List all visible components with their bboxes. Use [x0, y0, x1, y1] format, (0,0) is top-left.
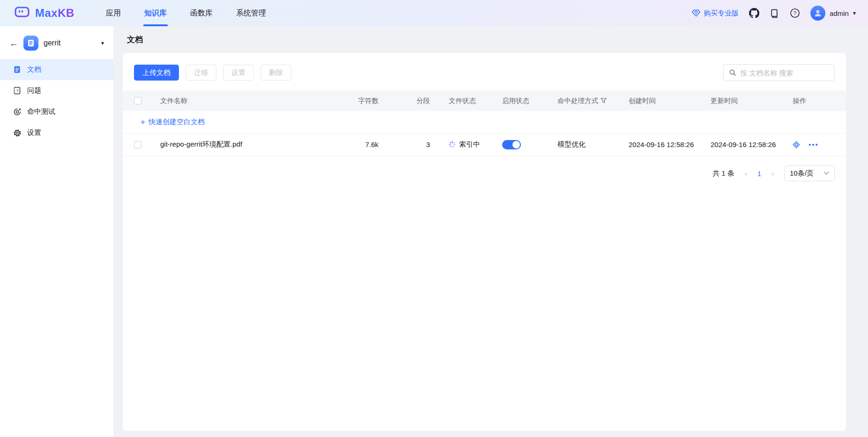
- delete-button[interactable]: 删除: [260, 65, 291, 81]
- kb-switch-caret-icon[interactable]: ▾: [101, 40, 105, 46]
- col-header-file-name: 文件名称: [160, 96, 322, 105]
- upload-document-button[interactable]: 上传文档: [134, 65, 179, 81]
- nav-tab-knowledge-base[interactable]: 知识库: [143, 0, 168, 26]
- search-icon: [729, 69, 736, 76]
- page-number[interactable]: 1: [754, 170, 765, 178]
- documents-card: 上传文档 迁移 设置 删除 文件名称 字符数 分段: [123, 53, 846, 431]
- sidebar-item-documents[interactable]: 文档: [0, 59, 113, 80]
- document-icon: [13, 66, 22, 74]
- col-header-enabled: 启用状态: [501, 96, 557, 105]
- knowledge-base-name: gerrit: [44, 39, 96, 47]
- char-count: 7.6k: [322, 141, 378, 148]
- row-checkbox[interactable]: [134, 141, 141, 148]
- github-icon[interactable]: [749, 8, 759, 18]
- svg-text:?: ?: [794, 10, 796, 16]
- nav-tab-system-mgmt[interactable]: 系统管理: [235, 0, 267, 26]
- create-blank-doc-row: + 快速创建空白文档: [123, 111, 846, 133]
- col-header-actions: 操作: [793, 96, 835, 105]
- document-name[interactable]: git-repo-gerrit环境配置.pdf: [160, 140, 322, 149]
- created-at: 2024-09-16 12:58:26: [629, 141, 711, 148]
- search-box: [723, 64, 835, 81]
- page-size-select[interactable]: 10条/页: [784, 165, 835, 181]
- col-header-created-at: 创建时间: [629, 96, 711, 105]
- avatar: [810, 6, 825, 21]
- col-header-hit-handling: 命中处理方式: [557, 96, 629, 105]
- sidebar-item-label: 问题: [27, 86, 41, 95]
- table-header: 文件名称 字符数 分段 文件状态 启用状态 命中处理方式 创建时间 更新时间 操…: [123, 90, 846, 111]
- sidebar-header: ← gerrit ▾: [0, 26, 113, 59]
- sidebar: ← gerrit ▾ 文档: [0, 26, 114, 437]
- help-icon[interactable]: ?: [790, 8, 800, 18]
- page-size-value: 10条/页: [790, 169, 814, 178]
- gear-icon: [13, 129, 22, 137]
- chevron-down-icon: ▾: [853, 10, 856, 16]
- maxkb-robot-icon: [14, 6, 31, 21]
- page-title: 文档: [127, 34, 143, 45]
- enabled-cell: [501, 140, 557, 149]
- create-blank-doc-link[interactable]: + 快速创建空白文档: [141, 118, 205, 127]
- username: admin: [830, 9, 849, 17]
- search-input[interactable]: [740, 69, 829, 77]
- sidebar-item-label: 文档: [27, 65, 41, 74]
- sidebar-item-label: 命中测试: [27, 107, 55, 116]
- generate-question-icon[interactable]: [793, 141, 800, 148]
- docs-icon[interactable]: [770, 8, 779, 18]
- maxkb-logo[interactable]: MaxKB: [14, 6, 103, 21]
- col-header-char-count: 字符数: [322, 96, 378, 105]
- next-page-button[interactable]: ›: [770, 170, 776, 178]
- knowledge-base-icon: [23, 36, 38, 51]
- segment-count: 3: [378, 141, 430, 148]
- gem-icon: [692, 9, 700, 17]
- chevron-down-icon: [823, 171, 829, 175]
- pagination: 共 1 条 ‹ 1 › 10条/页: [123, 156, 846, 181]
- sidebar-item-label: 设置: [27, 128, 41, 137]
- svg-text:?: ?: [16, 89, 18, 93]
- col-header-segments: 分段: [378, 96, 430, 105]
- plus-icon: +: [141, 118, 145, 127]
- maxkb-logo-text: MaxKB: [35, 7, 74, 20]
- pagination-total: 共 1 条: [712, 169, 734, 178]
- col-header-file-status: 文件状态: [430, 96, 501, 105]
- top-navbar: MaxKB 应用 知识库 函数库 系统管理 购买专业版: [0, 0, 868, 26]
- sidebar-item-settings[interactable]: 设置: [0, 122, 113, 143]
- buy-pro-link[interactable]: 购买专业版: [692, 9, 739, 18]
- enable-toggle[interactable]: [502, 140, 521, 149]
- file-status: 索引中: [430, 140, 501, 149]
- page-header: 文档: [114, 26, 868, 53]
- question-note-icon: ?: [13, 87, 22, 95]
- nav-tab-function-lib[interactable]: 函数库: [189, 0, 214, 26]
- prev-page-button[interactable]: ‹: [743, 170, 749, 178]
- filter-icon[interactable]: [601, 98, 607, 104]
- updated-at: 2024-09-16 12:58:26: [711, 141, 793, 148]
- hit-handling: 模型优化: [557, 140, 629, 149]
- more-actions-icon[interactable]: •••: [809, 141, 819, 148]
- main-nav-tabs: 应用 知识库 函数库 系统管理: [105, 0, 267, 26]
- main-content: 文档 上传文档 迁移 设置 删除: [114, 26, 868, 437]
- loading-spinner-icon: [449, 141, 456, 148]
- select-all-checkbox[interactable]: [134, 97, 141, 104]
- settings-button[interactable]: 设置: [223, 65, 254, 81]
- nav-tab-applications[interactable]: 应用: [105, 0, 122, 26]
- col-header-updated-at: 更新时间: [711, 96, 793, 105]
- target-icon: [13, 108, 22, 116]
- table-row: git-repo-gerrit环境配置.pdf 7.6k 3 索引中: [123, 133, 846, 156]
- sidebar-item-hit-test[interactable]: 命中测试: [0, 101, 113, 122]
- sidebar-item-questions[interactable]: ? 问题: [0, 80, 113, 101]
- migrate-button[interactable]: 迁移: [185, 65, 216, 81]
- row-actions: •••: [793, 141, 835, 148]
- back-arrow-icon[interactable]: ←: [9, 39, 18, 48]
- user-menu[interactable]: admin ▾: [810, 6, 856, 21]
- toolbar: 上传文档 迁移 设置 删除: [123, 53, 846, 90]
- file-status-text: 索引中: [459, 140, 480, 149]
- navbar-right: 购买专业版 ? admin: [692, 6, 856, 21]
